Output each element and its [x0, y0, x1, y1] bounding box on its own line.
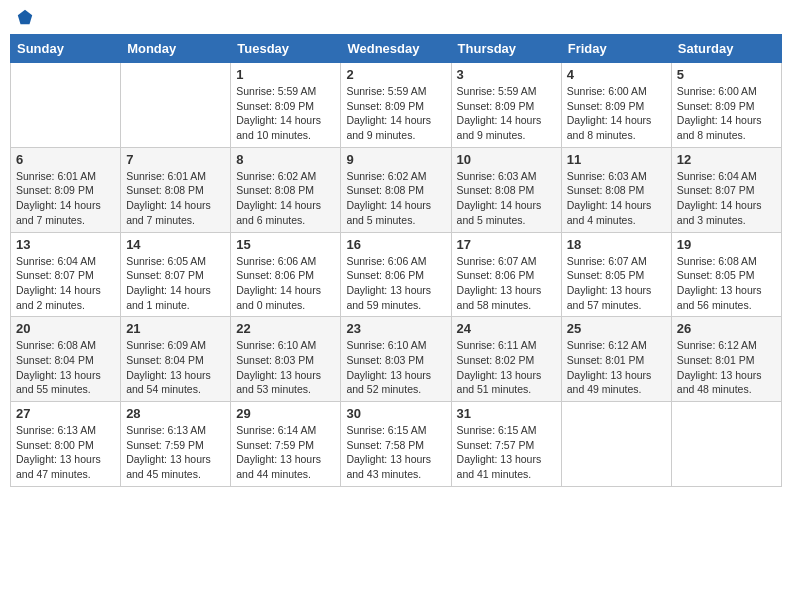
calendar-week-row: 27Sunrise: 6:13 AM Sunset: 8:00 PM Dayli… [11, 402, 782, 487]
calendar-cell: 26Sunrise: 6:12 AM Sunset: 8:01 PM Dayli… [671, 317, 781, 402]
day-info: Sunrise: 6:15 AM Sunset: 7:57 PM Dayligh… [457, 423, 556, 482]
day-info: Sunrise: 6:04 AM Sunset: 8:07 PM Dayligh… [16, 254, 115, 313]
day-number: 4 [567, 67, 666, 82]
day-number: 26 [677, 321, 776, 336]
day-info: Sunrise: 6:06 AM Sunset: 8:06 PM Dayligh… [346, 254, 445, 313]
calendar-cell: 8Sunrise: 6:02 AM Sunset: 8:08 PM Daylig… [231, 147, 341, 232]
day-number: 28 [126, 406, 225, 421]
day-info: Sunrise: 6:03 AM Sunset: 8:08 PM Dayligh… [567, 169, 666, 228]
calendar-table: SundayMondayTuesdayWednesdayThursdayFrid… [10, 34, 782, 487]
calendar-cell: 29Sunrise: 6:14 AM Sunset: 7:59 PM Dayli… [231, 402, 341, 487]
day-info: Sunrise: 6:01 AM Sunset: 8:09 PM Dayligh… [16, 169, 115, 228]
calendar-week-row: 6Sunrise: 6:01 AM Sunset: 8:09 PM Daylig… [11, 147, 782, 232]
day-info: Sunrise: 6:07 AM Sunset: 8:06 PM Dayligh… [457, 254, 556, 313]
day-info: Sunrise: 6:14 AM Sunset: 7:59 PM Dayligh… [236, 423, 335, 482]
day-info: Sunrise: 6:10 AM Sunset: 8:03 PM Dayligh… [236, 338, 335, 397]
weekday-header-friday: Friday [561, 35, 671, 63]
calendar-cell: 14Sunrise: 6:05 AM Sunset: 8:07 PM Dayli… [121, 232, 231, 317]
weekday-header-monday: Monday [121, 35, 231, 63]
calendar-cell [11, 63, 121, 148]
calendar-cell [561, 402, 671, 487]
day-info: Sunrise: 6:02 AM Sunset: 8:08 PM Dayligh… [236, 169, 335, 228]
day-info: Sunrise: 6:06 AM Sunset: 8:06 PM Dayligh… [236, 254, 335, 313]
day-info: Sunrise: 6:00 AM Sunset: 8:09 PM Dayligh… [677, 84, 776, 143]
day-info: Sunrise: 6:13 AM Sunset: 7:59 PM Dayligh… [126, 423, 225, 482]
day-info: Sunrise: 6:09 AM Sunset: 8:04 PM Dayligh… [126, 338, 225, 397]
svg-marker-0 [18, 10, 32, 24]
calendar-cell: 11Sunrise: 6:03 AM Sunset: 8:08 PM Dayli… [561, 147, 671, 232]
calendar-cell: 28Sunrise: 6:13 AM Sunset: 7:59 PM Dayli… [121, 402, 231, 487]
day-number: 18 [567, 237, 666, 252]
day-number: 17 [457, 237, 556, 252]
calendar-cell: 23Sunrise: 6:10 AM Sunset: 8:03 PM Dayli… [341, 317, 451, 402]
day-number: 21 [126, 321, 225, 336]
day-info: Sunrise: 5:59 AM Sunset: 8:09 PM Dayligh… [346, 84, 445, 143]
calendar-cell: 17Sunrise: 6:07 AM Sunset: 8:06 PM Dayli… [451, 232, 561, 317]
day-number: 13 [16, 237, 115, 252]
day-info: Sunrise: 6:12 AM Sunset: 8:01 PM Dayligh… [677, 338, 776, 397]
calendar-cell: 5Sunrise: 6:00 AM Sunset: 8:09 PM Daylig… [671, 63, 781, 148]
calendar-week-row: 20Sunrise: 6:08 AM Sunset: 8:04 PM Dayli… [11, 317, 782, 402]
day-info: Sunrise: 6:03 AM Sunset: 8:08 PM Dayligh… [457, 169, 556, 228]
calendar-cell: 7Sunrise: 6:01 AM Sunset: 8:08 PM Daylig… [121, 147, 231, 232]
day-info: Sunrise: 6:08 AM Sunset: 8:04 PM Dayligh… [16, 338, 115, 397]
calendar-cell: 16Sunrise: 6:06 AM Sunset: 8:06 PM Dayli… [341, 232, 451, 317]
weekday-header-sunday: Sunday [11, 35, 121, 63]
calendar-cell: 4Sunrise: 6:00 AM Sunset: 8:09 PM Daylig… [561, 63, 671, 148]
day-info: Sunrise: 6:13 AM Sunset: 8:00 PM Dayligh… [16, 423, 115, 482]
day-number: 7 [126, 152, 225, 167]
calendar-week-row: 1Sunrise: 5:59 AM Sunset: 8:09 PM Daylig… [11, 63, 782, 148]
calendar-cell: 15Sunrise: 6:06 AM Sunset: 8:06 PM Dayli… [231, 232, 341, 317]
day-number: 24 [457, 321, 556, 336]
day-info: Sunrise: 6:01 AM Sunset: 8:08 PM Dayligh… [126, 169, 225, 228]
calendar-cell: 2Sunrise: 5:59 AM Sunset: 8:09 PM Daylig… [341, 63, 451, 148]
calendar-cell: 6Sunrise: 6:01 AM Sunset: 8:09 PM Daylig… [11, 147, 121, 232]
logo-icon [16, 8, 34, 26]
weekday-header-wednesday: Wednesday [341, 35, 451, 63]
calendar-cell: 12Sunrise: 6:04 AM Sunset: 8:07 PM Dayli… [671, 147, 781, 232]
logo [14, 10, 34, 26]
calendar-cell: 20Sunrise: 6:08 AM Sunset: 8:04 PM Dayli… [11, 317, 121, 402]
day-number: 11 [567, 152, 666, 167]
calendar-cell: 30Sunrise: 6:15 AM Sunset: 7:58 PM Dayli… [341, 402, 451, 487]
day-info: Sunrise: 6:00 AM Sunset: 8:09 PM Dayligh… [567, 84, 666, 143]
calendar-cell: 22Sunrise: 6:10 AM Sunset: 8:03 PM Dayli… [231, 317, 341, 402]
day-number: 23 [346, 321, 445, 336]
day-info: Sunrise: 6:05 AM Sunset: 8:07 PM Dayligh… [126, 254, 225, 313]
day-number: 29 [236, 406, 335, 421]
day-number: 16 [346, 237, 445, 252]
day-number: 1 [236, 67, 335, 82]
day-info: Sunrise: 6:15 AM Sunset: 7:58 PM Dayligh… [346, 423, 445, 482]
day-info: Sunrise: 6:08 AM Sunset: 8:05 PM Dayligh… [677, 254, 776, 313]
calendar-cell: 13Sunrise: 6:04 AM Sunset: 8:07 PM Dayli… [11, 232, 121, 317]
day-info: Sunrise: 6:04 AM Sunset: 8:07 PM Dayligh… [677, 169, 776, 228]
day-number: 27 [16, 406, 115, 421]
calendar-cell: 27Sunrise: 6:13 AM Sunset: 8:00 PM Dayli… [11, 402, 121, 487]
calendar-cell: 24Sunrise: 6:11 AM Sunset: 8:02 PM Dayli… [451, 317, 561, 402]
day-number: 31 [457, 406, 556, 421]
weekday-header-tuesday: Tuesday [231, 35, 341, 63]
calendar-cell: 25Sunrise: 6:12 AM Sunset: 8:01 PM Dayli… [561, 317, 671, 402]
day-number: 22 [236, 321, 335, 336]
weekday-header-row: SundayMondayTuesdayWednesdayThursdayFrid… [11, 35, 782, 63]
day-info: Sunrise: 6:02 AM Sunset: 8:08 PM Dayligh… [346, 169, 445, 228]
calendar-cell [671, 402, 781, 487]
day-number: 9 [346, 152, 445, 167]
day-number: 25 [567, 321, 666, 336]
day-info: Sunrise: 6:12 AM Sunset: 8:01 PM Dayligh… [567, 338, 666, 397]
calendar-cell [121, 63, 231, 148]
weekday-header-saturday: Saturday [671, 35, 781, 63]
day-number: 20 [16, 321, 115, 336]
day-number: 14 [126, 237, 225, 252]
day-number: 8 [236, 152, 335, 167]
day-number: 15 [236, 237, 335, 252]
day-number: 10 [457, 152, 556, 167]
page-header [10, 10, 782, 26]
calendar-cell: 31Sunrise: 6:15 AM Sunset: 7:57 PM Dayli… [451, 402, 561, 487]
day-number: 2 [346, 67, 445, 82]
calendar-cell: 19Sunrise: 6:08 AM Sunset: 8:05 PM Dayli… [671, 232, 781, 317]
day-number: 12 [677, 152, 776, 167]
day-info: Sunrise: 5:59 AM Sunset: 8:09 PM Dayligh… [457, 84, 556, 143]
day-number: 3 [457, 67, 556, 82]
day-info: Sunrise: 6:10 AM Sunset: 8:03 PM Dayligh… [346, 338, 445, 397]
